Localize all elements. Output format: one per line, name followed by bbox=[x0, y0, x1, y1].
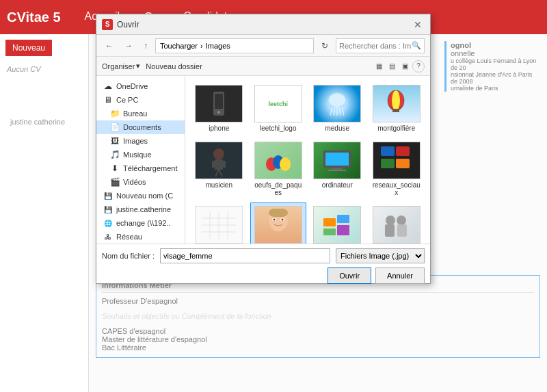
file-item-wedding[interactable]: wedding bbox=[369, 202, 425, 244]
file-item-oeufs[interactable]: oeufs_de_paques bbox=[250, 138, 307, 200]
filetype-select[interactable]: Fichiers Image (.jpg) Tous les fichiers bbox=[336, 248, 425, 263]
back-button[interactable]: ← bbox=[102, 39, 117, 53]
view-details-button[interactable]: ▤ bbox=[386, 60, 398, 73]
svg-line-4 bbox=[330, 107, 332, 116]
file-thumb-ordinateur bbox=[313, 142, 361, 179]
app-title: CVitae 5 bbox=[7, 10, 61, 25]
search-icon: 🔍 bbox=[412, 41, 421, 50]
svg-line-8 bbox=[342, 107, 344, 116]
file-name-montgolfiere: montgolfière bbox=[377, 125, 415, 132]
view-large-button[interactable]: ▣ bbox=[399, 60, 411, 73]
cv-item-2: Bac Littéraire bbox=[102, 343, 534, 352]
svg-rect-30 bbox=[381, 159, 395, 168]
cv-onnelle: onnelle bbox=[451, 49, 540, 57]
file-thumb-reseaux bbox=[373, 142, 421, 179]
sidebar-item-ce-pc-label: Ce PC bbox=[116, 96, 138, 104]
file-item-musicien[interactable]: musicien bbox=[191, 138, 248, 200]
filename-input[interactable] bbox=[160, 248, 330, 263]
svg-rect-1 bbox=[215, 94, 223, 109]
file-item-visage-femme[interactable]: visage_femme bbox=[250, 202, 307, 244]
dialog-title-left: S Ouvrir bbox=[102, 19, 139, 30]
onedrive-icon: ☁ bbox=[103, 81, 113, 91]
breadcrumb-sep1: › bbox=[200, 42, 203, 50]
sidebar-item-justine-label: justine.catherine bbox=[116, 205, 171, 213]
svg-point-49 bbox=[397, 215, 406, 225]
svg-rect-31 bbox=[396, 159, 410, 168]
svg-rect-51 bbox=[397, 224, 407, 237]
filename-row: Nom du fichier : Fichiers Image (.jpg) T… bbox=[102, 248, 425, 263]
forward-button[interactable]: → bbox=[121, 39, 136, 53]
sidebar-item-musique[interactable]: 🎵 Musique bbox=[96, 148, 185, 161]
file-item-montgolfiere[interactable]: montgolfière bbox=[369, 81, 425, 135]
sidebar-item-onedrive[interactable]: ☁ OneDrive bbox=[96, 79, 185, 93]
sidebar-item-justine[interactable]: 💾 justine.catherine bbox=[96, 202, 185, 216]
images-icon: 🖼 bbox=[110, 136, 120, 146]
search-bar[interactable]: 🔍 bbox=[336, 38, 425, 53]
nouveau-button[interactable]: Nouveau bbox=[5, 40, 52, 56]
cv-text3: urnaliste de Paris bbox=[451, 85, 540, 92]
open-file-dialog: S Ouvrir ✕ ← → ↑ Toucharger › Images ↻ 🔍… bbox=[96, 14, 431, 284]
sidebar-item-bureau[interactable]: 📁 Bureau bbox=[96, 107, 185, 120]
dialog-secondary-toolbar: Organiser ▾ Nouveau dossier ▦ ▤ ▣ ? bbox=[96, 57, 430, 76]
file-item-reseaux[interactable]: reseaux_sociaux bbox=[369, 138, 425, 200]
svg-point-48 bbox=[386, 215, 395, 225]
sidebar-item-documents[interactable]: 📄 Documents bbox=[96, 120, 185, 134]
sidebar-item-documents-label: Documents bbox=[123, 123, 161, 131]
svg-point-15 bbox=[213, 148, 224, 159]
sidebar-item-nouveau-nom[interactable]: 💾 Nouveau nom (C bbox=[96, 189, 185, 202]
sidebar-item-telechargements[interactable]: ⬇ Téléchargement bbox=[96, 161, 185, 175]
sidebar-item-bureau-label: Bureau bbox=[123, 109, 147, 118]
file-item-meduse[interactable]: meduse bbox=[309, 81, 366, 135]
cancel-button[interactable]: Annuler bbox=[375, 267, 425, 284]
file-thumb-meduse bbox=[313, 85, 361, 122]
bureau-icon: 📁 bbox=[110, 109, 120, 118]
sidebar-item-echange[interactable]: 🌐 echange (\\192.. bbox=[96, 216, 185, 230]
new-folder-button[interactable]: Nouveau dossier bbox=[146, 62, 202, 70]
sidebar-item-nouveau-nom-label: Nouveau nom (C bbox=[116, 192, 173, 200]
sidebar-item-images[interactable]: 🖼 Images bbox=[96, 134, 185, 148]
sidebar-item-musique-label: Musique bbox=[123, 151, 152, 159]
organize-label: Organiser bbox=[102, 62, 135, 70]
job-title: Professeur D'espagnol bbox=[102, 297, 534, 305]
dialog-close-button[interactable]: ✕ bbox=[411, 18, 425, 31]
svg-rect-27 bbox=[328, 170, 346, 171]
sidebar-item-videos[interactable]: 🎬 Vidéos bbox=[96, 175, 185, 189]
file-thumb-web-design bbox=[313, 206, 361, 244]
view-list-button[interactable]: ▦ bbox=[373, 60, 385, 73]
file-item-web-design[interactable]: web_design bbox=[309, 202, 366, 244]
open-button[interactable]: Ouvrir bbox=[328, 267, 371, 284]
svg-point-23 bbox=[280, 157, 291, 171]
file-item-ordinateur[interactable]: ordinateur bbox=[309, 138, 366, 200]
up-button[interactable]: ↑ bbox=[140, 39, 151, 53]
svg-rect-12 bbox=[392, 109, 399, 112]
sidebar-item-reseau[interactable]: 🖧 Réseau bbox=[96, 230, 185, 244]
justine-icon: 💾 bbox=[103, 205, 113, 214]
svg-line-5 bbox=[334, 107, 335, 116]
breadcrumb-part1: Toucharger bbox=[160, 42, 198, 50]
sidebar-item-ce-pc[interactable]: 🖥 Ce PC bbox=[96, 93, 185, 107]
svg-rect-29 bbox=[396, 146, 410, 156]
file-name-musicien: musicien bbox=[206, 181, 232, 189]
svg-point-10 bbox=[392, 90, 400, 111]
help-button[interactable]: ? bbox=[412, 60, 425, 73]
file-name-iphone: iphone bbox=[209, 125, 229, 132]
sidebar-item-images-label: Images bbox=[123, 137, 148, 145]
nouveau-nom-icon: 💾 bbox=[103, 191, 113, 200]
file-name-oeufs: oeufs_de_paques bbox=[254, 181, 304, 196]
aucun-cv-label: Aucun CV bbox=[0, 62, 88, 77]
dialog-sidebar: ☁ OneDrive 🖥 Ce PC 📁 Bureau 📄 Documents … bbox=[96, 76, 185, 244]
svg-rect-45 bbox=[337, 215, 349, 223]
file-name-meduse: meduse bbox=[325, 125, 349, 132]
cv-items: CAPES d'espagnol Master de littérature d… bbox=[102, 327, 534, 352]
svg-rect-43 bbox=[269, 209, 288, 217]
sidebar-item-onedrive-label: OneDrive bbox=[116, 82, 148, 90]
file-item-tableau[interactable]: tableau_mobiler trans bbox=[191, 202, 248, 244]
svg-rect-44 bbox=[323, 218, 336, 226]
svg-rect-46 bbox=[323, 228, 336, 235]
file-item-iphone[interactable]: iphone bbox=[191, 81, 248, 135]
organize-button[interactable]: Organiser ▾ bbox=[102, 62, 140, 70]
search-input[interactable] bbox=[339, 42, 412, 50]
file-item-leetchi[interactable]: leetchi leetchi_logo bbox=[250, 81, 307, 135]
cv-section-espagnol: ognol onnelle u collège Louis Fernand à … bbox=[444, 41, 540, 92]
refresh-button[interactable]: ↻ bbox=[318, 39, 332, 53]
